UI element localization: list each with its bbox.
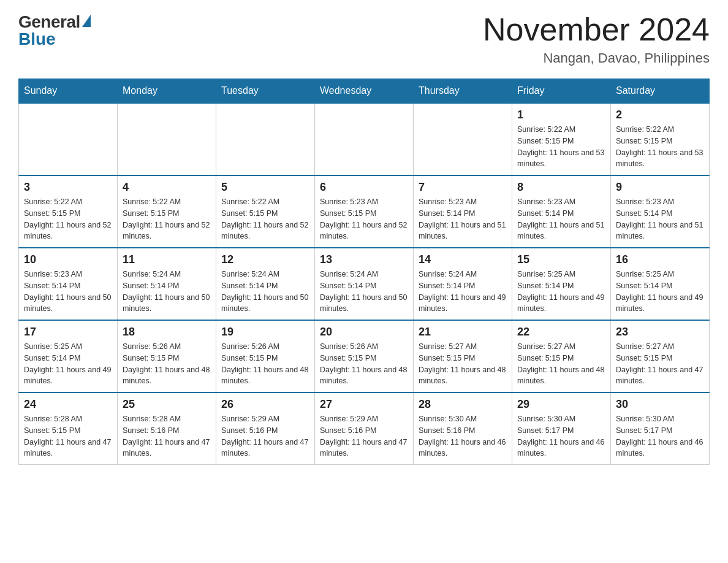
calendar-cell: 21Sunrise: 5:27 AMSunset: 5:15 PMDayligh… [414,320,512,393]
calendar-cell: 5Sunrise: 5:22 AMSunset: 5:15 PMDaylight… [216,175,315,248]
calendar-cell [315,103,414,175]
day-number: 27 [320,398,408,411]
calendar-cell: 14Sunrise: 5:24 AMSunset: 5:14 PMDayligh… [414,248,512,320]
day-number: 26 [221,398,309,411]
calendar-cell: 2Sunrise: 5:22 AMSunset: 5:15 PMDaylight… [611,103,710,175]
calendar-cell: 24Sunrise: 5:28 AMSunset: 5:15 PMDayligh… [19,393,118,465]
day-info: Sunrise: 5:27 AMSunset: 5:15 PMDaylight:… [616,341,704,387]
day-info: Sunrise: 5:28 AMSunset: 5:15 PMDaylight:… [24,413,112,459]
logo: General Blue [18,12,91,49]
day-info: Sunrise: 5:28 AMSunset: 5:16 PMDaylight:… [123,413,211,459]
day-number: 7 [419,181,507,194]
calendar-cell: 27Sunrise: 5:29 AMSunset: 5:16 PMDayligh… [315,393,414,465]
day-number: 30 [616,398,704,411]
calendar-cell: 11Sunrise: 5:24 AMSunset: 5:14 PMDayligh… [118,248,216,320]
day-number: 20 [320,326,408,339]
calendar-cell: 10Sunrise: 5:23 AMSunset: 5:14 PMDayligh… [19,248,118,320]
day-info: Sunrise: 5:24 AMSunset: 5:14 PMDaylight:… [320,269,408,315]
day-number: 18 [123,326,211,339]
calendar-cell [19,103,118,175]
day-number: 2 [616,109,704,121]
day-number: 16 [616,253,704,266]
month-title: November 2024 [483,12,710,47]
calendar-cell: 18Sunrise: 5:26 AMSunset: 5:15 PMDayligh… [118,320,216,393]
day-number: 25 [123,398,211,411]
calendar-cell: 22Sunrise: 5:27 AMSunset: 5:15 PMDayligh… [512,320,611,393]
calendar-cell: 19Sunrise: 5:26 AMSunset: 5:15 PMDayligh… [216,320,315,393]
day-info: Sunrise: 5:26 AMSunset: 5:15 PMDaylight:… [123,341,211,387]
day-info: Sunrise: 5:27 AMSunset: 5:15 PMDaylight:… [517,341,605,387]
calendar-header-thursday: Thursday [414,79,512,104]
day-number: 6 [320,181,408,194]
day-number: 14 [419,253,507,266]
day-info: Sunrise: 5:22 AMSunset: 5:15 PMDaylight:… [221,196,309,242]
calendar-cell: 15Sunrise: 5:25 AMSunset: 5:14 PMDayligh… [512,248,611,320]
calendar-header-monday: Monday [118,79,216,104]
week-row-2: 3Sunrise: 5:22 AMSunset: 5:15 PMDaylight… [19,175,710,248]
day-info: Sunrise: 5:30 AMSunset: 5:16 PMDaylight:… [419,413,507,459]
location: Nangan, Davao, Philippines [483,50,710,66]
calendar-cell: 7Sunrise: 5:23 AMSunset: 5:14 PMDaylight… [414,175,512,248]
calendar-header-saturday: Saturday [611,79,710,104]
day-info: Sunrise: 5:25 AMSunset: 5:14 PMDaylight:… [517,269,605,315]
day-number: 1 [517,109,605,121]
calendar-cell [414,103,512,175]
day-info: Sunrise: 5:23 AMSunset: 5:15 PMDaylight:… [320,196,408,242]
calendar-cell: 23Sunrise: 5:27 AMSunset: 5:15 PMDayligh… [611,320,710,393]
day-info: Sunrise: 5:25 AMSunset: 5:14 PMDaylight:… [24,341,112,387]
day-number: 29 [517,398,605,411]
day-number: 23 [616,326,704,339]
calendar-cell: 13Sunrise: 5:24 AMSunset: 5:14 PMDayligh… [315,248,414,320]
day-number: 22 [517,326,605,339]
calendar-cell: 25Sunrise: 5:28 AMSunset: 5:16 PMDayligh… [118,393,216,465]
calendar-cell [216,103,315,175]
day-info: Sunrise: 5:23 AMSunset: 5:14 PMDaylight:… [24,269,112,315]
day-info: Sunrise: 5:26 AMSunset: 5:15 PMDaylight:… [221,341,309,387]
day-number: 5 [221,181,309,194]
calendar-header-tuesday: Tuesday [216,79,315,104]
day-info: Sunrise: 5:22 AMSunset: 5:15 PMDaylight:… [616,124,704,170]
day-number: 3 [24,181,112,194]
day-info: Sunrise: 5:27 AMSunset: 5:15 PMDaylight:… [419,341,507,387]
calendar-cell: 26Sunrise: 5:29 AMSunset: 5:16 PMDayligh… [216,393,315,465]
page-header: General Blue November 2024 Nangan, Davao… [18,12,710,66]
calendar-cell: 6Sunrise: 5:23 AMSunset: 5:15 PMDaylight… [315,175,414,248]
day-info: Sunrise: 5:29 AMSunset: 5:16 PMDaylight:… [221,413,309,459]
week-row-3: 10Sunrise: 5:23 AMSunset: 5:14 PMDayligh… [19,248,710,320]
calendar-cell: 28Sunrise: 5:30 AMSunset: 5:16 PMDayligh… [414,393,512,465]
day-info: Sunrise: 5:22 AMSunset: 5:15 PMDaylight:… [123,196,211,242]
day-number: 8 [517,181,605,194]
day-info: Sunrise: 5:24 AMSunset: 5:14 PMDaylight:… [221,269,309,315]
day-number: 17 [24,326,112,339]
week-row-5: 24Sunrise: 5:28 AMSunset: 5:15 PMDayligh… [19,393,710,465]
week-row-1: 1Sunrise: 5:22 AMSunset: 5:15 PMDaylight… [19,103,710,175]
calendar-header-row: SundayMondayTuesdayWednesdayThursdayFrid… [19,79,710,104]
calendar-table: SundayMondayTuesdayWednesdayThursdayFrid… [18,79,710,465]
calendar-header-friday: Friday [512,79,611,104]
day-number: 10 [24,253,112,266]
calendar-header-sunday: Sunday [19,79,118,104]
day-info: Sunrise: 5:25 AMSunset: 5:14 PMDaylight:… [616,269,704,315]
day-number: 19 [221,326,309,339]
day-info: Sunrise: 5:23 AMSunset: 5:14 PMDaylight:… [517,196,605,242]
calendar-cell: 12Sunrise: 5:24 AMSunset: 5:14 PMDayligh… [216,248,315,320]
day-number: 24 [24,398,112,411]
title-section: November 2024 Nangan, Davao, Philippines [483,12,710,66]
logo-blue-text: Blue [18,29,56,49]
day-number: 12 [221,253,309,266]
day-info: Sunrise: 5:23 AMSunset: 5:14 PMDaylight:… [616,196,704,242]
day-info: Sunrise: 5:22 AMSunset: 5:15 PMDaylight:… [517,124,605,170]
calendar-cell [118,103,216,175]
day-info: Sunrise: 5:26 AMSunset: 5:15 PMDaylight:… [320,341,408,387]
calendar-cell: 9Sunrise: 5:23 AMSunset: 5:14 PMDaylight… [611,175,710,248]
day-number: 11 [123,253,211,266]
calendar-cell: 17Sunrise: 5:25 AMSunset: 5:14 PMDayligh… [19,320,118,393]
calendar-header-wednesday: Wednesday [315,79,414,104]
logo-triangle-icon [82,15,91,27]
calendar-cell: 29Sunrise: 5:30 AMSunset: 5:17 PMDayligh… [512,393,611,465]
calendar-cell: 20Sunrise: 5:26 AMSunset: 5:15 PMDayligh… [315,320,414,393]
calendar-cell: 16Sunrise: 5:25 AMSunset: 5:14 PMDayligh… [611,248,710,320]
calendar-cell: 8Sunrise: 5:23 AMSunset: 5:14 PMDaylight… [512,175,611,248]
day-number: 15 [517,253,605,266]
day-info: Sunrise: 5:30 AMSunset: 5:17 PMDaylight:… [517,413,605,459]
